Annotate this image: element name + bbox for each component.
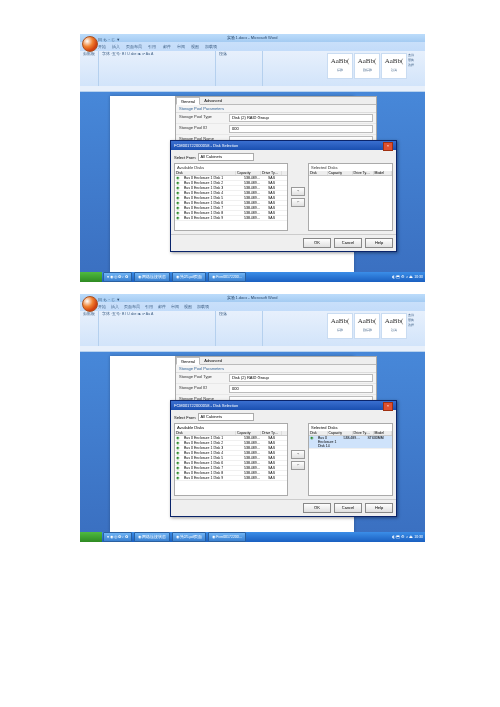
- styles-gallery[interactable]: AaBb(标题 AaBb(副标题 AaBb(强调: [327, 53, 407, 79]
- disk-icon: ◉: [175, 181, 183, 185]
- sp-tab-general[interactable]: General: [176, 97, 200, 105]
- desktop-wallpaper: 实验1.docx - Microsoft Word 日 ち・じ ▼ 开始 插入 …: [80, 34, 425, 282]
- disk-selection-dialog: FCM001722000058 - Disk Selection × Selec…: [170, 140, 397, 252]
- selected-disk-row[interactable]: ◉ Bus 0 Enclosure 1 Disk 14 538.489… ST6…: [309, 436, 392, 449]
- selected-header: Selected Disks: [309, 164, 392, 171]
- selected-disks-pane: Selected Disks DiskCapacityDrive Ty…Mode…: [308, 423, 393, 496]
- add-button[interactable]: →: [291, 450, 305, 459]
- font-group[interactable]: 字体 ·五号· B I U abe x₂ x² Aa A: [99, 51, 216, 86]
- quick-access-toolbar[interactable]: 日 ち・じ ▼: [98, 37, 120, 42]
- sp-tab-advanced[interactable]: Advanced: [200, 357, 226, 364]
- dialog-titlebar[interactable]: FCM001722000058 - Disk Selection ×: [171, 401, 396, 410]
- disk-icon: ◉: [175, 191, 183, 195]
- tab-review[interactable]: 审阅: [177, 44, 185, 49]
- sp-section-header: Storage Pool Parameters: [176, 105, 376, 113]
- disk-icon: ◉: [175, 186, 183, 190]
- style-emphasis[interactable]: AaBb(强调: [381, 53, 407, 79]
- cabinet-dropdown[interactable]: All Cabinets: [198, 413, 254, 421]
- available-disks-pane: Available Disks DiskCapacityDrive Ty… ◉B…: [174, 163, 288, 231]
- sp-input-type[interactable]: Disk (2) RAID Group: [229, 114, 373, 122]
- word-ribbon: 实验1.docx - Microsoft Word 日 ち・じ ▼ 开始 插入 …: [80, 34, 425, 87]
- close-icon[interactable]: ×: [383, 402, 393, 411]
- dialog-titlebar[interactable]: FCM001722000058 - Disk Selection ×: [171, 141, 396, 150]
- office-button[interactable]: [82, 36, 98, 52]
- available-rows[interactable]: ◉Bus 0 Enclosure 1 Disk 1538.489…SAS ◉Bu…: [175, 436, 287, 481]
- tab-addin[interactable]: 加载项: [205, 44, 217, 49]
- ok-button[interactable]: OK: [303, 503, 331, 513]
- ok-button[interactable]: OK: [303, 238, 331, 248]
- disk-icon: ◉: [309, 436, 317, 448]
- remove-button[interactable]: ←: [291, 198, 305, 207]
- editing-group[interactable]: 查找替换选择: [408, 313, 423, 328]
- help-button[interactable]: Help: [365, 503, 393, 513]
- tab-ref[interactable]: 引用: [148, 44, 156, 49]
- desktop-wallpaper: 实验1.docx - Microsoft Word 日 ち・じ ▼ 开始插入页面…: [80, 294, 425, 542]
- dialog-title: FCM001722000058 - Disk Selection: [174, 141, 238, 150]
- cancel-button[interactable]: Cancel: [334, 503, 362, 513]
- taskbar-item[interactable]: ◉ Fcm00172200…: [208, 272, 246, 282]
- start-button[interactable]: [80, 272, 102, 282]
- ribbon-tabs[interactable]: 开始插入页面布局引用邮件审阅视图加载项: [98, 304, 214, 309]
- transfer-buttons: → ←: [291, 163, 305, 231]
- tab-home[interactable]: 开始: [98, 44, 106, 49]
- screenshot-1: 实验1.docx - Microsoft Word 日 ち・じ ▼ 开始 插入 …: [80, 34, 425, 282]
- close-icon[interactable]: ×: [383, 142, 393, 151]
- available-disks-pane: Available Disks DiskCapacityDrive Ty… ◉B…: [174, 423, 288, 496]
- taskbar-item[interactable]: ◉ 第2/5.pdf页面: [172, 272, 207, 282]
- selected-rows[interactable]: ◉ Bus 0 Enclosure 1 Disk 14 538.489… ST6…: [309, 436, 392, 449]
- editing-group[interactable]: 查找替换选择: [408, 53, 423, 68]
- quick-access-toolbar[interactable]: 日 ち・じ ▼: [98, 297, 120, 302]
- add-button[interactable]: →: [291, 187, 305, 196]
- ruler: [80, 86, 425, 92]
- tab-layout[interactable]: 页面布局: [126, 44, 142, 49]
- sp-tab-advanced[interactable]: Advanced: [200, 97, 226, 104]
- ribbon-tabs[interactable]: 开始 插入 页面布局 引用 邮件 审阅 视图 加载项: [98, 44, 222, 49]
- sp-tab-general[interactable]: General: [176, 357, 200, 365]
- sp-input-id[interactable]: 000: [229, 125, 373, 133]
- screenshot-2: 实验1.docx - Microsoft Word 日 ち・じ ▼ 开始插入页面…: [80, 294, 425, 542]
- disk-icon: ◉: [175, 196, 183, 200]
- style-subtitle[interactable]: AaBb(副标题: [354, 53, 380, 79]
- cancel-button[interactable]: Cancel: [334, 238, 362, 248]
- disk-icon: ◉: [175, 211, 183, 215]
- taskbar[interactable]: ♥ ◉ ◎ ❂ ♪ ✿ ◉ 网络连接状态 ◉ 第2/5.pdf页面 ◉ Fcm0…: [80, 272, 425, 282]
- sp-label-id: Storage Pool ID: [179, 125, 229, 133]
- disk-icon: ◉: [175, 216, 183, 220]
- quicklaunch[interactable]: ♥ ◉ ◎ ❂ ♪ ✿: [103, 272, 132, 282]
- title-bar: 实验1.docx - Microsoft Word: [80, 294, 425, 302]
- style-heading[interactable]: AaBb(标题: [327, 53, 353, 79]
- sp-label-type: Storage Pool Type: [179, 114, 229, 122]
- available-rows[interactable]: ◉Bus 0 Enclosure 1 Disk 1538.489…SAS ◉Bu…: [175, 176, 287, 221]
- tab-view[interactable]: 视图: [191, 44, 199, 49]
- selected-rows-empty[interactable]: [309, 176, 392, 230]
- styles-gallery[interactable]: AaBb(标题 AaBb(副标题 AaBb(强调: [327, 313, 407, 339]
- tab-mail[interactable]: 邮件: [163, 44, 171, 49]
- available-header: Available Disks: [175, 164, 287, 171]
- select-from-label: Select From: [174, 155, 196, 160]
- tab-insert[interactable]: 插入: [112, 44, 120, 49]
- taskbar[interactable]: ♥ ◉ ◎ ❂ ♪ ✿ ◉ 网络连接状态 ◉ 第2/5.pdf页面 ◉ Fcm0…: [80, 532, 425, 542]
- clipboard-group[interactable]: 剪贴板: [80, 51, 99, 86]
- disk-selection-dialog: FCM001722000058 - Disk Selection × Selec…: [170, 400, 397, 517]
- system-tray[interactable]: ◐ ⬒ ⚙ ♬ ⏏ 10:30: [392, 275, 425, 279]
- office-button[interactable]: [82, 296, 98, 312]
- ruler: [80, 346, 425, 352]
- taskbar-item[interactable]: ◉ 网络连接状态: [134, 272, 170, 282]
- disk-icon: ◉: [175, 201, 183, 205]
- selected-disks-pane: Selected Disks DiskCapacityDrive Ty…Mode…: [308, 163, 393, 231]
- word-ribbon: 实验1.docx - Microsoft Word 日 ち・じ ▼ 开始插入页面…: [80, 294, 425, 347]
- title-bar: 实验1.docx - Microsoft Word: [80, 34, 425, 42]
- disk-icon: ◉: [175, 206, 183, 210]
- remove-button[interactable]: ←: [291, 461, 305, 470]
- paragraph-group[interactable]: 段落: [216, 51, 263, 86]
- start-button[interactable]: [80, 532, 102, 542]
- cabinet-dropdown[interactable]: All Cabinets: [198, 153, 254, 161]
- help-button[interactable]: Help: [365, 238, 393, 248]
- disk-icon: ◉: [175, 176, 183, 180]
